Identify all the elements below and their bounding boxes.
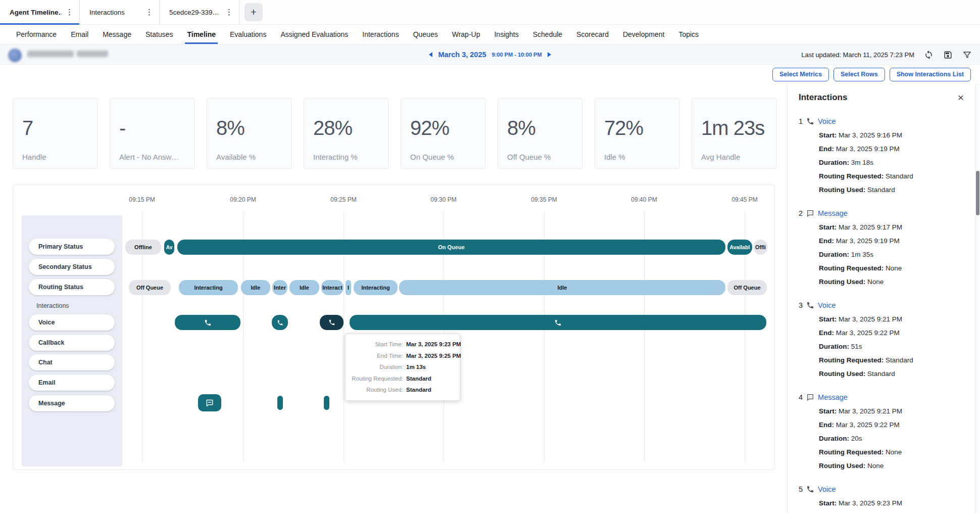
row-label-secondary-status[interactable]: Secondary Status bbox=[29, 259, 115, 275]
detail-value: Mar 3, 2025 9:17 PM bbox=[839, 223, 902, 231]
tab-queues[interactable]: Queues bbox=[406, 25, 445, 44]
interaction-item-header[interactable]: 4 Message bbox=[799, 392, 980, 402]
detail-label: Routing Used: bbox=[819, 370, 865, 378]
metric-card-idle[interactable]: 72% Idle % bbox=[595, 98, 679, 169]
kebab-menu-icon[interactable]: ⋮ bbox=[221, 8, 233, 17]
message-interaction-bar[interactable] bbox=[277, 396, 283, 410]
redacted-agent-name bbox=[77, 51, 108, 57]
tab-evaluations[interactable]: Evaluations bbox=[223, 25, 273, 44]
browser-tab-interactions[interactable]: Interactions ⋮ bbox=[80, 0, 160, 24]
kebab-menu-icon[interactable]: ⋮ bbox=[62, 8, 73, 17]
interaction-type-link[interactable]: Message bbox=[818, 393, 848, 401]
voice-interaction-bar-selected[interactable] bbox=[320, 315, 344, 330]
interaction-item-header[interactable]: 5 Voice bbox=[799, 484, 980, 494]
tooltip-value: Standard bbox=[406, 387, 431, 393]
interaction-item-header[interactable]: 1 Voice bbox=[799, 116, 980, 126]
tab-insights[interactable]: Insights bbox=[487, 25, 525, 44]
primary-status-segment[interactable]: Offline bbox=[125, 240, 161, 255]
previous-date-button[interactable] bbox=[429, 52, 432, 57]
panel-scrollbar-track[interactable] bbox=[975, 84, 980, 513]
detail-value: Mar 3, 2025 9:19 PM bbox=[836, 145, 900, 153]
message-interaction-bar[interactable] bbox=[198, 394, 221, 411]
next-date-button[interactable] bbox=[548, 52, 551, 57]
date-label[interactable]: March 3, 2025 bbox=[438, 51, 486, 59]
tooltip-value: Standard bbox=[406, 376, 431, 382]
tab-statuses[interactable]: Statuses bbox=[138, 25, 180, 44]
routing-status-segment[interactable]: Interacting bbox=[354, 280, 398, 295]
tab-assigned-evaluations[interactable]: Assigned Evaluations bbox=[273, 25, 355, 44]
voice-interaction-bar[interactable] bbox=[272, 315, 288, 330]
interaction-type-link[interactable]: Voice bbox=[818, 301, 836, 309]
routing-status-segment[interactable]: Off Queue bbox=[129, 280, 171, 295]
interaction-type-link[interactable]: Voice bbox=[818, 485, 836, 493]
metric-card-available[interactable]: 8% Available % bbox=[207, 98, 291, 169]
primary-status-segment[interactable]: Av bbox=[164, 240, 174, 255]
interaction-type-link[interactable]: Voice bbox=[818, 117, 836, 125]
timeline-chart: 09:15 PM 09:20 PM 09:25 PM 09:30 PM 09:3… bbox=[13, 184, 775, 470]
tab-schedule[interactable]: Schedule bbox=[526, 25, 569, 44]
tab-message[interactable]: Message bbox=[95, 25, 138, 44]
tab-development[interactable]: Development bbox=[616, 25, 672, 44]
row-label-message[interactable]: Message bbox=[29, 395, 115, 411]
metric-card-avg-handle[interactable]: 1m 23s Avg Handle bbox=[692, 98, 776, 169]
metric-card-interacting[interactable]: 28% Interacting % bbox=[304, 98, 388, 169]
new-tab-button[interactable]: + bbox=[244, 3, 263, 21]
tab-topics[interactable]: Topics bbox=[671, 25, 706, 44]
detail-value: 51s bbox=[851, 343, 862, 350]
panel-scrollbar-thumb[interactable] bbox=[976, 171, 979, 215]
close-icon[interactable]: × bbox=[958, 92, 964, 103]
row-label-email[interactable]: Email bbox=[29, 375, 115, 391]
row-label-voice[interactable]: Voice bbox=[29, 314, 115, 331]
interaction-item-header[interactable]: 2 Message bbox=[799, 208, 980, 218]
row-label-callback[interactable]: Callback bbox=[29, 335, 115, 351]
select-metrics-button[interactable]: Select Metrics bbox=[772, 68, 829, 81]
voice-interaction-bar[interactable] bbox=[350, 315, 766, 330]
tab-performance[interactable]: Performance bbox=[9, 25, 64, 44]
routing-status-segment[interactable]: Interacting bbox=[179, 280, 238, 295]
show-interactions-list-button[interactable]: Show Interactions List bbox=[890, 68, 971, 81]
routing-status-segment[interactable]: Idle bbox=[241, 280, 270, 295]
primary-status-segment[interactable]: On Queue bbox=[177, 240, 725, 255]
detail-label: End: bbox=[819, 329, 834, 337]
interaction-item-header[interactable]: 3 Voice bbox=[799, 300, 980, 310]
browser-tab-label: Interactions bbox=[89, 9, 125, 16]
save-icon[interactable] bbox=[943, 50, 953, 60]
tooltip-row: Routing Requested: Standard bbox=[350, 376, 455, 382]
tab-wrap-up[interactable]: Wrap-Up bbox=[445, 25, 487, 44]
metric-card-off-queue[interactable]: 8% Off Queue % bbox=[498, 98, 582, 169]
row-label-chat[interactable]: Chat bbox=[29, 354, 115, 370]
primary-status-segment[interactable]: Availabl bbox=[727, 240, 752, 255]
browser-tab-label: Agent Timeline… bbox=[10, 9, 62, 16]
routing-status-segment[interactable]: Idle bbox=[399, 280, 725, 295]
row-label-routing-status[interactable]: Routing Status bbox=[29, 279, 115, 295]
routing-status-segment[interactable]: Idle bbox=[289, 280, 319, 295]
tab-scorecard[interactable]: Scorecard bbox=[569, 25, 616, 44]
tab-interactions[interactable]: Interactions bbox=[355, 25, 406, 44]
tab-email[interactable]: Email bbox=[64, 25, 95, 44]
interaction-type-link[interactable]: Message bbox=[818, 209, 848, 217]
routing-status-segment[interactable]: Inter bbox=[272, 280, 287, 295]
routing-status-segment[interactable]: Off Queue bbox=[727, 280, 767, 295]
metric-card-on-queue[interactable]: 92% On Queue % bbox=[401, 98, 485, 169]
metric-card-alert-no-answer[interactable]: - Alert - No Answ… bbox=[110, 98, 194, 169]
select-rows-button[interactable]: Select Rows bbox=[834, 68, 885, 81]
browser-tab-agent-timeline[interactable]: Agent Timeline… ⋮ bbox=[0, 0, 80, 24]
tooltip-label: Duration: bbox=[350, 364, 403, 370]
panel-title: Interactions bbox=[799, 92, 847, 103]
message-icon bbox=[806, 209, 814, 217]
tooltip-value: 1m 13s bbox=[406, 364, 426, 370]
refresh-icon[interactable] bbox=[924, 50, 934, 60]
browser-tab-guid[interactable]: 5cedce29-339… ⋮ bbox=[160, 0, 239, 24]
routing-status-segment[interactable]: I bbox=[346, 280, 351, 295]
phone-icon bbox=[204, 319, 212, 327]
kebab-menu-icon[interactable]: ⋮ bbox=[141, 8, 153, 17]
row-label-primary-status[interactable]: Primary Status bbox=[29, 239, 115, 255]
voice-interaction-bar[interactable] bbox=[175, 315, 240, 330]
routing-status-segment[interactable]: Interact bbox=[321, 280, 344, 295]
metric-label: Off Queue % bbox=[507, 153, 551, 161]
tab-timeline[interactable]: Timeline bbox=[180, 25, 223, 44]
filter-icon[interactable] bbox=[962, 50, 972, 60]
message-interaction-bar[interactable] bbox=[324, 396, 329, 410]
metric-card-handle[interactable]: 7 Handle bbox=[13, 98, 97, 169]
primary-status-segment[interactable]: Offli bbox=[754, 240, 767, 255]
